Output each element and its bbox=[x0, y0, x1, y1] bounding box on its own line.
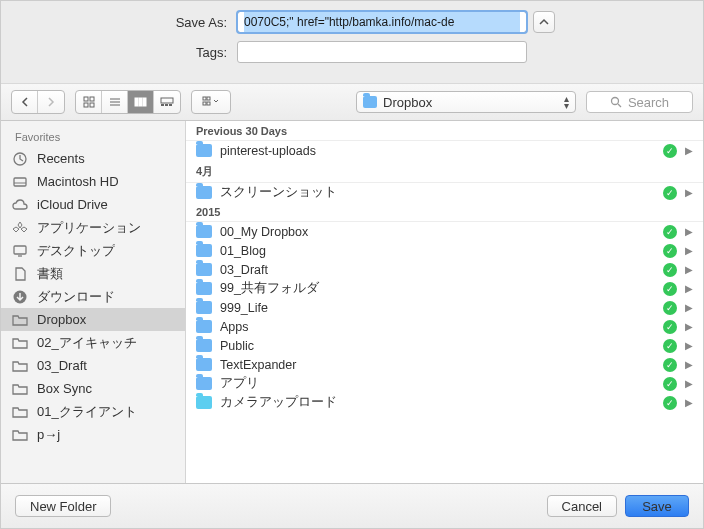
sidebar-item-box-sync[interactable]: Box Sync bbox=[1, 377, 185, 400]
forward-button[interactable] bbox=[38, 91, 64, 113]
disclosure-icon: ▶ bbox=[685, 145, 693, 156]
sync-badge-icon bbox=[663, 377, 677, 391]
group-by-button[interactable] bbox=[192, 91, 230, 113]
save-button[interactable]: Save bbox=[625, 495, 689, 517]
sidebar[interactable]: Favorites RecentsMacintosh HDiCloud Driv… bbox=[1, 121, 186, 483]
sidebar-item-dropbox[interactable]: Dropbox bbox=[1, 308, 185, 331]
hd-icon bbox=[11, 174, 29, 190]
disclosure-icon: ▶ bbox=[685, 283, 693, 294]
disclosure-icon: ▶ bbox=[685, 397, 693, 408]
group-icon bbox=[202, 96, 220, 108]
svg-rect-17 bbox=[207, 102, 210, 105]
location-popup[interactable]: Dropbox ▴▾ bbox=[356, 91, 576, 113]
file-row[interactable]: pinterest-uploads▶ bbox=[186, 141, 703, 160]
file-row[interactable]: TextExpander▶ bbox=[186, 355, 703, 374]
sync-badge-icon bbox=[663, 244, 677, 258]
sidebar-item--[interactable]: ダウンロード bbox=[1, 285, 185, 308]
sidebar-item-label: アプリケーション bbox=[37, 219, 141, 237]
cancel-label: Cancel bbox=[562, 499, 602, 514]
sidebar-item-label: 書類 bbox=[37, 265, 63, 283]
sidebar-item--[interactable]: アプリケーション bbox=[1, 216, 185, 239]
file-row[interactable]: 99_共有フォルダ▶ bbox=[186, 279, 703, 298]
file-row[interactable]: 03_Draft▶ bbox=[186, 260, 703, 279]
folder-icon bbox=[11, 312, 29, 328]
group-header: Previous 30 Days bbox=[186, 121, 703, 141]
svg-rect-10 bbox=[161, 98, 173, 103]
folder-icon bbox=[196, 396, 212, 409]
sidebar-header: Favorites bbox=[1, 129, 185, 147]
collapse-expand-button[interactable] bbox=[533, 11, 555, 33]
sidebar-item-02-[interactable]: 02_アイキャッチ bbox=[1, 331, 185, 354]
file-name: 99_共有フォルダ bbox=[220, 280, 655, 297]
folder-icon bbox=[11, 427, 29, 443]
disclosure-icon: ▶ bbox=[685, 359, 693, 370]
folder-icon bbox=[196, 144, 212, 157]
svg-rect-1 bbox=[90, 97, 94, 101]
sidebar-item-p-j[interactable]: p→j bbox=[1, 423, 185, 446]
sidebar-item-label: デスクトップ bbox=[37, 242, 115, 260]
column-view-button[interactable] bbox=[128, 91, 154, 113]
sync-badge-icon bbox=[663, 358, 677, 372]
file-row[interactable]: スクリーンショット▶ bbox=[186, 183, 703, 202]
view-seg bbox=[75, 90, 181, 114]
disclosure-icon: ▶ bbox=[685, 264, 693, 275]
file-row[interactable]: 00_My Dropbox▶ bbox=[186, 222, 703, 241]
save-as-input[interactable] bbox=[244, 12, 520, 32]
group-seg bbox=[191, 90, 231, 114]
back-button[interactable] bbox=[12, 91, 38, 113]
file-name: スクリーンショット bbox=[220, 184, 655, 201]
disclosure-icon: ▶ bbox=[685, 226, 693, 237]
sidebar-item--[interactable]: 書類 bbox=[1, 262, 185, 285]
file-row[interactable]: 01_Blog▶ bbox=[186, 241, 703, 260]
folder-icon bbox=[196, 377, 212, 390]
file-row[interactable]: Apps▶ bbox=[186, 317, 703, 336]
folder-icon bbox=[11, 381, 29, 397]
nav-seg bbox=[11, 90, 65, 114]
sidebar-item-label: iCloud Drive bbox=[37, 197, 108, 212]
file-row[interactable]: アプリ▶ bbox=[186, 374, 703, 393]
sidebar-item-macintosh-hd[interactable]: Macintosh HD bbox=[1, 170, 185, 193]
list-view-button[interactable] bbox=[102, 91, 128, 113]
svg-rect-8 bbox=[139, 98, 142, 106]
tags-input[interactable] bbox=[237, 41, 527, 63]
sync-badge-icon bbox=[663, 396, 677, 410]
svg-rect-12 bbox=[165, 104, 168, 106]
svg-rect-13 bbox=[169, 104, 172, 106]
file-row[interactable]: カメラアップロード▶ bbox=[186, 393, 703, 412]
svg-point-18 bbox=[611, 98, 618, 105]
sidebar-item-icloud-drive[interactable]: iCloud Drive bbox=[1, 193, 185, 216]
form-area: Save As: Tags: bbox=[1, 1, 703, 83]
folder-icon bbox=[196, 282, 212, 295]
sync-badge-icon bbox=[663, 263, 677, 277]
desktop-icon bbox=[11, 243, 29, 259]
folder-icon bbox=[196, 301, 212, 314]
sidebar-item-label: Macintosh HD bbox=[37, 174, 119, 189]
folder-icon bbox=[196, 186, 212, 199]
folder-icon bbox=[11, 404, 29, 420]
file-row[interactable]: Public▶ bbox=[186, 336, 703, 355]
search-field[interactable]: Search bbox=[586, 91, 693, 113]
gallery-view-button[interactable] bbox=[154, 91, 180, 113]
save-as-label: Save As: bbox=[149, 15, 237, 30]
file-name: アプリ bbox=[220, 375, 655, 392]
cancel-button[interactable]: Cancel bbox=[547, 495, 617, 517]
group-header: 4月 bbox=[186, 160, 703, 183]
file-row[interactable]: 999_Life▶ bbox=[186, 298, 703, 317]
new-folder-button[interactable]: New Folder bbox=[15, 495, 111, 517]
group-header: 2015 bbox=[186, 202, 703, 222]
sidebar-item-01-[interactable]: 01_クライアント bbox=[1, 400, 185, 423]
folder-icon bbox=[11, 335, 29, 351]
svg-rect-9 bbox=[143, 98, 146, 106]
sidebar-item-label: Recents bbox=[37, 151, 85, 166]
disclosure-icon: ▶ bbox=[685, 302, 693, 313]
file-name: Public bbox=[220, 339, 655, 353]
file-browser[interactable]: Previous 30 Dayspinterest-uploads▶4月スクリー… bbox=[186, 121, 703, 483]
disclosure-icon: ▶ bbox=[685, 378, 693, 389]
sidebar-item-03-draft[interactable]: 03_Draft bbox=[1, 354, 185, 377]
sidebar-item-recents[interactable]: Recents bbox=[1, 147, 185, 170]
sidebar-item--[interactable]: デスクトップ bbox=[1, 239, 185, 262]
gallery-icon bbox=[160, 97, 174, 107]
sidebar-item-label: ダウンロード bbox=[37, 288, 115, 306]
disclosure-icon: ▶ bbox=[685, 321, 693, 332]
icon-view-button[interactable] bbox=[76, 91, 102, 113]
